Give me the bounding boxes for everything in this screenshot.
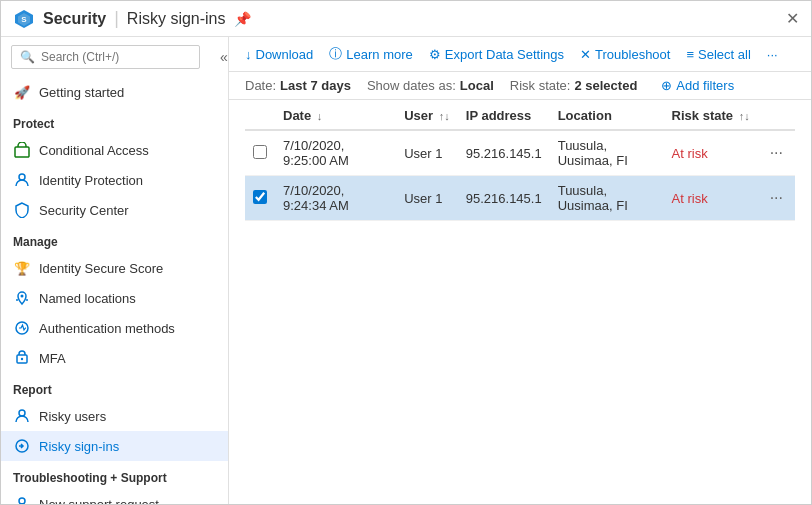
select-all-button[interactable]: ≡ Select all xyxy=(686,47,750,62)
auth-methods-label: Authentication methods xyxy=(39,321,175,336)
row2-date: 7/10/2020, 9:24:34 AM xyxy=(275,176,396,221)
th-ip-label: IP address xyxy=(466,108,532,123)
risky-sign-ins-table: Date ↓ User ↑↓ IP address Location xyxy=(245,100,795,221)
th-ip[interactable]: IP address xyxy=(458,100,550,130)
search-box[interactable]: 🔍 xyxy=(11,45,200,69)
row2-checkbox-cell[interactable] xyxy=(245,176,275,221)
svg-point-11 xyxy=(19,410,25,416)
add-filters-button[interactable]: ⊕ Add filters xyxy=(661,78,734,93)
sidebar-item-named-locations[interactable]: Named locations xyxy=(1,283,228,313)
sidebar-item-identity-protection[interactable]: Identity Protection xyxy=(1,165,228,195)
more-button[interactable]: ··· xyxy=(767,47,778,62)
sidebar: 🔍 « 🚀 Getting started Protect Conditiona… xyxy=(1,37,229,504)
risky-users-icon xyxy=(13,407,31,425)
troubleshoot-icon: ✕ xyxy=(580,47,591,62)
add-filters-label: Add filters xyxy=(676,78,734,93)
getting-started-icon: 🚀 xyxy=(13,83,31,101)
main-layout: 🔍 « 🚀 Getting started Protect Conditiona… xyxy=(1,37,811,504)
identity-protection-label: Identity Protection xyxy=(39,173,143,188)
risk-state-label: Risk state: xyxy=(510,78,571,93)
section-report: Report xyxy=(1,373,228,401)
risky-sign-ins-icon xyxy=(13,437,31,455)
named-locations-label: Named locations xyxy=(39,291,136,306)
security-center-label: Security Center xyxy=(39,203,129,218)
sidebar-item-risky-sign-ins[interactable]: Risky sign-ins xyxy=(1,431,228,461)
svg-point-5 xyxy=(21,295,24,298)
date-filter-value: Last 7 days xyxy=(280,78,351,93)
row1-checkbox-cell[interactable] xyxy=(245,130,275,176)
svg-point-13 xyxy=(19,498,25,504)
row1-date: 7/10/2020, 9:25:00 AM xyxy=(275,130,396,176)
row1-more[interactable]: ··· xyxy=(758,130,795,176)
troubleshoot-button[interactable]: ✕ Troubleshoot xyxy=(580,47,670,62)
th-checkbox xyxy=(245,100,275,130)
th-risk-state[interactable]: Risk state ↑↓ xyxy=(664,100,758,130)
sidebar-item-identity-secure-score[interactable]: 🏆 Identity Secure Score xyxy=(1,253,228,283)
close-button[interactable]: ✕ xyxy=(786,9,799,28)
mfa-icon xyxy=(13,349,31,367)
row1-ip: 95.216.145.1 xyxy=(458,130,550,176)
th-actions xyxy=(758,100,795,130)
sidebar-item-conditional-access[interactable]: Conditional Access xyxy=(1,135,228,165)
show-dates-label: Show dates as: xyxy=(367,78,456,93)
row2-more[interactable]: ··· xyxy=(758,176,795,221)
add-filters-icon: ⊕ xyxy=(661,78,672,93)
th-location[interactable]: Location xyxy=(550,100,664,130)
auth-methods-icon xyxy=(13,319,31,337)
th-user[interactable]: User ↑↓ xyxy=(396,100,458,130)
identity-protection-icon xyxy=(13,171,31,189)
select-all-icon: ≡ xyxy=(686,47,694,62)
show-dates-value: Local xyxy=(460,78,494,93)
row2-more-button[interactable]: ··· xyxy=(766,189,787,206)
date-filter[interactable]: Date: Last 7 days xyxy=(245,78,351,93)
date-filter-label: Date: xyxy=(245,78,276,93)
sidebar-item-new-support[interactable]: New support request xyxy=(1,489,228,504)
risk-state-filter[interactable]: Risk state: 2 selected xyxy=(510,78,638,93)
new-support-icon xyxy=(13,495,31,504)
section-manage: Manage xyxy=(1,225,228,253)
learn-more-label: Learn more xyxy=(346,47,412,62)
collapse-button[interactable]: « xyxy=(214,47,229,67)
row1-location: Tuusula, Uusimaa, FI xyxy=(550,130,664,176)
th-user-label: User xyxy=(404,108,433,123)
learn-more-icon: ⓘ xyxy=(329,45,342,63)
select-all-label: Select all xyxy=(698,47,751,62)
conditional-access-icon xyxy=(13,141,31,159)
conditional-access-label: Conditional Access xyxy=(39,143,149,158)
sidebar-item-mfa[interactable]: MFA xyxy=(1,343,228,373)
sidebar-item-security-center[interactable]: Security Center xyxy=(1,195,228,225)
pin-icon[interactable]: 📌 xyxy=(234,11,251,27)
search-icon: 🔍 xyxy=(20,50,35,64)
table-container: Date ↓ User ↑↓ IP address Location xyxy=(229,100,811,504)
row2-ip: 95.216.145.1 xyxy=(458,176,550,221)
th-location-label: Location xyxy=(558,108,612,123)
svg-rect-3 xyxy=(15,147,29,157)
user-sort-icon: ↑↓ xyxy=(439,110,450,122)
download-icon: ↓ xyxy=(245,47,252,62)
toolbar: ↓ Download ⓘ Learn more ⚙ Export Data Se… xyxy=(229,37,811,72)
row1-checkbox[interactable] xyxy=(253,145,267,159)
svg-point-4 xyxy=(19,174,25,180)
sidebar-item-auth-methods[interactable]: Authentication methods xyxy=(1,313,228,343)
learn-more-button[interactable]: ⓘ Learn more xyxy=(329,45,412,63)
download-button[interactable]: ↓ Download xyxy=(245,47,313,62)
risk-state-value: 2 selected xyxy=(574,78,637,93)
new-support-label: New support request xyxy=(39,497,159,505)
sidebar-item-risky-users[interactable]: Risky users xyxy=(1,401,228,431)
row1-more-button[interactable]: ··· xyxy=(766,144,787,161)
search-input[interactable] xyxy=(41,50,191,64)
identity-secure-score-icon: 🏆 xyxy=(13,259,31,277)
sidebar-item-getting-started[interactable]: 🚀 Getting started xyxy=(1,77,228,107)
risk-state-sort-icon: ↑↓ xyxy=(739,110,750,122)
show-dates-filter[interactable]: Show dates as: Local xyxy=(367,78,494,93)
export-data-button[interactable]: ⚙ Export Data Settings xyxy=(429,47,564,62)
risky-users-label: Risky users xyxy=(39,409,106,424)
risky-sign-ins-label: Risky sign-ins xyxy=(39,439,119,454)
row1-risk-state: At risk xyxy=(664,130,758,176)
row2-checkbox[interactable] xyxy=(253,190,267,204)
th-date[interactable]: Date ↓ xyxy=(275,100,396,130)
th-date-label: Date xyxy=(283,108,311,123)
header-divider: | xyxy=(114,8,119,29)
named-locations-icon xyxy=(13,289,31,307)
page-title: Risky sign-ins xyxy=(127,10,226,28)
